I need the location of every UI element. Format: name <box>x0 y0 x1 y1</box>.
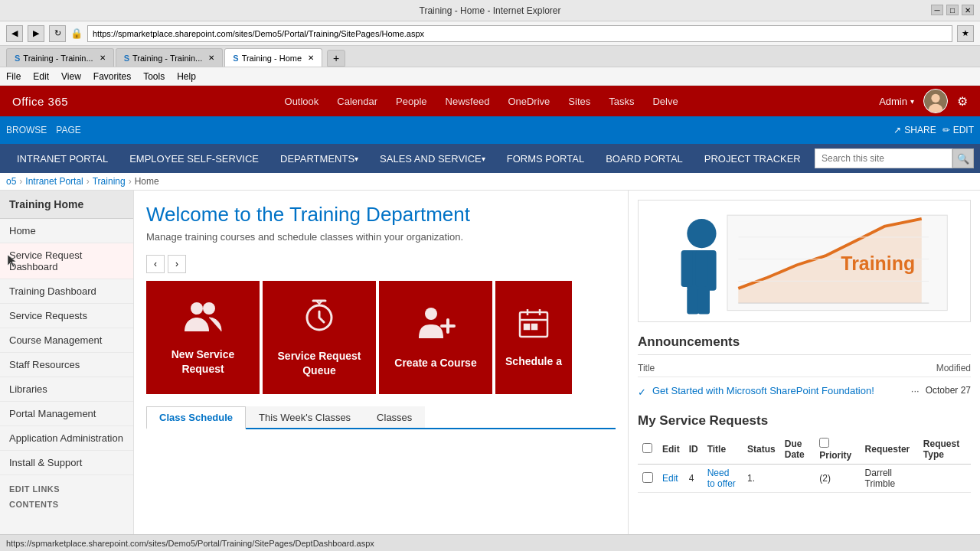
lock-icon: 🔒 <box>70 28 83 39</box>
sidebar-item-app-admin[interactable]: Application Administration <box>0 426 133 451</box>
share-btn[interactable]: ↗ SHARE <box>893 125 936 135</box>
tile-schedule[interactable]: Schedule a <box>495 281 572 394</box>
sr-row-check <box>638 465 658 493</box>
o365-nav-calendar[interactable]: Calendar <box>337 96 377 107</box>
breadcrumb-current: Home <box>135 176 159 187</box>
sidebar-item-home[interactable]: Home <box>0 219 133 243</box>
tab-close-1[interactable]: ✕ <box>100 54 106 62</box>
sidebar-item-course-management[interactable]: Course Management <box>0 328 133 353</box>
o365-nav-tasks[interactable]: Tasks <box>609 96 634 107</box>
announcements-title: Announcements <box>638 334 971 355</box>
announce-dots-btn[interactable]: ··· <box>911 385 920 396</box>
close-btn[interactable]: ✕ <box>962 5 974 15</box>
sr-col-priority: Priority <box>815 435 860 465</box>
tile-create-course[interactable]: Create a Course <box>379 281 492 394</box>
o365-nav-newsfeed[interactable]: Newsfeed <box>446 96 490 107</box>
browser-tab-3[interactable]: S Training - Home ✕ <box>224 48 322 67</box>
topnav-item-departments[interactable]: DEPARTMENTS <box>270 144 369 173</box>
sidebar-item-staff-resources[interactable]: Staff Resources <box>0 353 133 377</box>
table-row: Edit 4 Need to offer 1. (2) Darrell Trim… <box>638 465 971 493</box>
announce-text-1[interactable]: Get Started with Microsoft SharePoint Fo… <box>652 385 905 396</box>
forward-btn[interactable]: ▶ <box>28 25 44 42</box>
sidebar-item-portal-management[interactable]: Portal Management <box>0 402 133 426</box>
announcements-section: Announcements Title Modified ✓ Get Start… <box>638 334 971 401</box>
sr-priority-filter[interactable] <box>819 438 829 448</box>
service-requests-table: Edit ID Title Status Due Date Priority R… <box>638 435 971 493</box>
restore-btn[interactable]: □ <box>946 5 959 15</box>
o365-nav-outlook[interactable]: Outlook <box>285 96 319 107</box>
topnav-item-board[interactable]: BOARD PORTAL <box>595 144 694 173</box>
favorites-btn[interactable]: ★ <box>957 25 974 42</box>
refresh-btn[interactable]: ↻ <box>49 25 66 42</box>
o365-nav-sites[interactable]: Sites <box>568 96 590 107</box>
o365-nav-people[interactable]: People <box>396 96 426 107</box>
menu-edit[interactable]: Edit <box>33 71 49 82</box>
contents-btn[interactable]: CONTENTS <box>9 500 124 509</box>
breadcrumb-intranet[interactable]: Intranet Portal <box>25 176 83 187</box>
tab-close-3[interactable]: ✕ <box>308 54 314 62</box>
sr-row-requester: Darrell Trimble <box>861 465 919 493</box>
menu-tools[interactable]: Tools <box>143 71 165 82</box>
tab-close-2[interactable]: ✕ <box>208 54 214 62</box>
sr-row-title: Need to offer <box>703 465 743 493</box>
announce-date-1: October 27 <box>926 385 971 396</box>
new-tab-btn[interactable]: + <box>327 50 345 67</box>
topnav-item-sales[interactable]: SALES AND SERVICE <box>369 144 496 173</box>
carousel-next-btn[interactable]: › <box>168 255 186 273</box>
sidebar-item-libraries[interactable]: Libraries <box>0 377 133 402</box>
carousel-prev-btn[interactable]: ‹ <box>146 255 165 273</box>
tile-label-schedule: Schedule a <box>499 354 568 368</box>
menu-help[interactable]: Help <box>177 71 196 82</box>
sr-col-status: Status <box>743 435 780 465</box>
edit-icon: ✏ <box>942 125 950 135</box>
browser-tab-2[interactable]: S Training - Trainin... ✕ <box>116 48 224 67</box>
user-avatar[interactable] <box>923 89 948 113</box>
tab-this-weeks-classes[interactable]: This Week's Classes <box>246 406 364 428</box>
menu-view[interactable]: View <box>61 71 81 82</box>
search-btn[interactable]: 🔍 <box>952 148 974 168</box>
topnav-item-project[interactable]: PROJECT TRACKER <box>694 144 812 173</box>
status-url: https://spmarketplace.sharepoint.com/sit… <box>6 539 374 548</box>
browse-btn[interactable]: BROWSE <box>6 125 47 135</box>
sidebar-item-service-requests[interactable]: Service Requests <box>0 304 133 328</box>
o365-nav-onedrive[interactable]: OneDrive <box>508 96 550 107</box>
sidebar-item-install-support[interactable]: Install & Support <box>0 451 133 475</box>
admin-menu[interactable]: Admin ▾ <box>879 96 914 107</box>
edit-links-btn[interactable]: EDIT LINKS <box>9 484 124 494</box>
back-btn[interactable]: ◀ <box>6 25 23 42</box>
announce-col-modified: Modified <box>936 363 971 373</box>
tab-classes[interactable]: Classes <box>364 406 425 428</box>
address-bar-input[interactable] <box>87 25 952 42</box>
search-input[interactable] <box>815 148 952 168</box>
tile-service-request-queue[interactable]: Service Request Queue <box>263 281 376 394</box>
sr-select-all[interactable] <box>642 443 652 453</box>
breadcrumb-training[interactable]: Training <box>93 176 126 187</box>
o365-nav-delve[interactable]: Delve <box>652 96 678 107</box>
menu-file[interactable]: File <box>6 71 21 82</box>
o365-logo: Office 365 <box>12 95 68 108</box>
tile-label-new-service-request: New Service Request <box>146 347 260 375</box>
announcement-item-1: ✓ Get Started with Microsoft SharePoint … <box>638 382 971 401</box>
topnav-item-intranet[interactable]: INTRANET PORTAL <box>6 144 119 173</box>
tab-class-schedule[interactable]: Class Schedule <box>146 406 246 429</box>
minimize-btn[interactable]: ─ <box>931 5 943 15</box>
page-btn[interactable]: PAGE <box>56 125 80 135</box>
topnav-item-forms[interactable]: FORMS PORTAL <box>496 144 595 173</box>
svg-point-16 <box>687 219 716 248</box>
service-requests-section: My Service Requests Edit ID Title Status… <box>638 413 971 493</box>
sr-row-checkbox-1[interactable] <box>642 472 653 483</box>
settings-icon[interactable]: ⚙ <box>957 94 968 109</box>
menu-favorites[interactable]: Favorites <box>93 71 131 82</box>
sidebar-item-training-dashboard[interactable]: Training Dashboard <box>0 279 133 304</box>
edit-btn[interactable]: ✏ EDIT <box>942 125 974 135</box>
sr-edit-link-1[interactable]: Edit <box>662 473 678 484</box>
tile-new-service-request[interactable]: New Service Request <box>146 281 260 394</box>
sr-row-status: 1. <box>743 465 780 493</box>
sr-title-link-1[interactable]: Need to offer <box>707 468 736 489</box>
tile-icon-calendar <box>517 306 550 348</box>
topnav-item-employee[interactable]: EMPLOYEE SELF-SERVICE <box>119 144 270 173</box>
sr-row-id: 4 <box>684 465 703 493</box>
browser-tab-1[interactable]: S Training - Trainin... ✕ <box>6 48 114 67</box>
sidebar-item-service-request-dashboard[interactable]: Service Request Dashboard <box>0 243 133 279</box>
breadcrumb-root[interactable]: o5 <box>6 176 16 187</box>
